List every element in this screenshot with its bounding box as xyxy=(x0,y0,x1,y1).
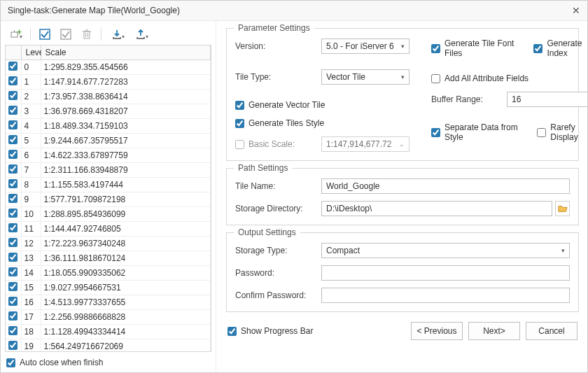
table-row[interactable]: 141:18.055.9909335062 xyxy=(6,266,211,281)
gen-vector-tile-checkbox[interactable]: Generate Vector Tile xyxy=(235,100,410,110)
auto-close-checkbox[interactable]: Auto close when finish xyxy=(5,352,211,373)
col-level[interactable]: Level xyxy=(21,45,41,60)
auto-close-input[interactable] xyxy=(6,358,15,367)
output-settings-legend: Output Settings xyxy=(234,227,300,237)
cell-scale: 1:1.128.49943334414 xyxy=(41,325,211,339)
cell-scale: 1:2.256.99886668828 xyxy=(41,310,211,325)
check-all-button[interactable] xyxy=(36,27,53,42)
export-button[interactable]: ▾ xyxy=(131,27,150,42)
row-checkbox[interactable] xyxy=(8,91,18,100)
cell-level: 17 xyxy=(21,310,41,325)
row-checkbox[interactable] xyxy=(8,76,18,85)
cell-scale: 1:9.244.667.35795517 xyxy=(41,134,211,148)
table-row[interactable]: 131:36.111.9818670124 xyxy=(6,251,211,266)
row-checkbox[interactable] xyxy=(8,253,18,262)
version-label: Version: xyxy=(235,41,316,51)
row-checkbox[interactable] xyxy=(8,223,18,232)
next-button[interactable]: Next> xyxy=(468,322,520,340)
table-row[interactable]: 71:2.311.166.83948879 xyxy=(6,163,211,178)
svg-rect-4 xyxy=(84,31,90,38)
uncheck-all-button[interactable] xyxy=(57,27,74,42)
table-row[interactable]: 81:1.155.583.4197444 xyxy=(6,178,211,192)
show-progress-checkbox[interactable]: Show Progress Bar xyxy=(227,326,313,336)
table-row[interactable]: 191:564.249716672069 xyxy=(6,339,211,353)
row-checkbox[interactable] xyxy=(8,282,18,291)
col-scale[interactable]: Scale xyxy=(41,45,211,60)
version-combo[interactable]: 5.0 - For iServer 6 ▾ xyxy=(321,38,410,54)
cell-level: 10 xyxy=(21,207,41,222)
cell-level: 15 xyxy=(21,281,41,295)
rarefy-checkbox[interactable]: Rarefy Display xyxy=(537,122,587,142)
output-settings-group: Output Settings Storage Type: Compact ▾ … xyxy=(226,232,579,312)
row-checkbox[interactable] xyxy=(8,106,18,115)
row-checkbox[interactable] xyxy=(8,62,18,71)
cell-level: 1 xyxy=(21,75,41,90)
cell-scale: 1:72.223.9637340248 xyxy=(41,237,211,251)
gen-tiles-style-checkbox[interactable]: Generate Tiles Style xyxy=(235,118,410,128)
gen-index-checkbox[interactable]: Generate Index xyxy=(533,38,587,58)
table-row[interactable]: 21:73.957.338.8636414 xyxy=(6,90,211,104)
row-checkbox[interactable] xyxy=(8,194,18,203)
tile-type-combo[interactable]: Vector Tile ▾ xyxy=(321,69,410,85)
close-icon[interactable]: ✕ xyxy=(572,5,580,16)
storage-type-combo[interactable]: Compact ▾ xyxy=(321,243,570,258)
chevron-down-icon: ▾ xyxy=(401,73,405,80)
basic-scale-checkbox[interactable]: Basic Scale: xyxy=(235,139,316,149)
row-checkbox[interactable] xyxy=(8,267,18,276)
cell-level: 3 xyxy=(21,104,41,119)
cell-level: 12 xyxy=(21,237,41,251)
row-checkbox[interactable] xyxy=(8,164,18,174)
table-row[interactable]: 31:36.978.669.4318207 xyxy=(6,104,211,119)
cell-level: 13 xyxy=(21,251,41,266)
row-checkbox[interactable] xyxy=(8,341,18,350)
table-row[interactable]: 101:288.895.854936099 xyxy=(6,207,211,222)
cancel-button[interactable]: Cancel xyxy=(526,322,578,340)
add-scale-button[interactable]: + ▾ xyxy=(5,27,24,42)
buffer-range-input[interactable]: 16 xyxy=(507,92,587,107)
cell-scale: 1:144.447.92746805 xyxy=(41,222,211,237)
table-row[interactable]: 171:2.256.99886668828 xyxy=(6,310,211,325)
cell-scale: 1:73.957.338.8636414 xyxy=(41,90,211,104)
confirm-password-input[interactable] xyxy=(321,288,570,303)
row-checkbox[interactable] xyxy=(8,297,18,306)
table-row[interactable]: 151:9.027.9954667531 xyxy=(6,281,211,295)
basic-scale-combo[interactable]: 1:147,914,677.72 ⌄ xyxy=(321,136,410,152)
import-button[interactable]: ▾ xyxy=(107,27,127,42)
separate-data-checkbox[interactable]: Separate Data from Style xyxy=(431,122,527,142)
row-checkbox[interactable] xyxy=(8,326,18,335)
cell-scale: 1:36.111.9818670124 xyxy=(41,251,211,266)
table-row[interactable]: 51:9.244.667.35795517 xyxy=(6,134,211,148)
table-row[interactable]: 181:1.128.49943334414 xyxy=(6,325,211,339)
storage-dir-input[interactable]: D:\iDesktop\ xyxy=(321,201,552,216)
browse-folder-button[interactable] xyxy=(555,201,570,216)
add-all-attr-checkbox[interactable]: Add All Attribute Fields xyxy=(431,73,587,83)
password-input[interactable] xyxy=(321,265,570,281)
gen-font-checkbox[interactable]: Generate Tile Font Files xyxy=(431,38,524,58)
row-checkbox[interactable] xyxy=(8,311,18,321)
cell-level: 6 xyxy=(21,148,41,163)
footer: Show Progress Bar < Previous Next> Cance… xyxy=(226,319,579,340)
table-row[interactable]: 11:147.914.677.727283 xyxy=(6,75,211,90)
table-row[interactable]: 111:144.447.92746805 xyxy=(6,222,211,237)
row-checkbox[interactable] xyxy=(8,238,18,247)
previous-button[interactable]: < Previous xyxy=(411,322,463,340)
password-label: Password: xyxy=(235,268,316,278)
table-row[interactable]: 161:4.513.99773337655 xyxy=(6,295,211,310)
delete-button[interactable] xyxy=(78,27,95,42)
chevron-down-icon: ▾ xyxy=(401,43,405,50)
table-row[interactable]: 41:18.489.334.7159103 xyxy=(6,119,211,134)
row-checkbox[interactable] xyxy=(8,135,18,144)
table-row[interactable]: 01:295.829.355.454566 xyxy=(6,60,211,75)
row-checkbox[interactable] xyxy=(8,120,18,129)
row-checkbox[interactable] xyxy=(8,209,18,218)
tile-name-input[interactable]: World_Google xyxy=(321,178,570,194)
row-checkbox[interactable] xyxy=(8,179,18,188)
cell-scale: 1:4.513.99773337655 xyxy=(41,295,211,310)
table-row[interactable]: 121:72.223.9637340248 xyxy=(6,237,211,251)
scale-table[interactable]: Level Scale 01:295.829.355.45456611:147.… xyxy=(5,45,211,352)
table-row[interactable]: 91:577.791.709872198 xyxy=(6,192,211,207)
confirm-password-label: Confirm Password: xyxy=(235,290,316,300)
table-row[interactable]: 61:4.622.333.67897759 xyxy=(6,148,211,163)
cell-level: 11 xyxy=(21,222,41,237)
row-checkbox[interactable] xyxy=(8,150,18,159)
